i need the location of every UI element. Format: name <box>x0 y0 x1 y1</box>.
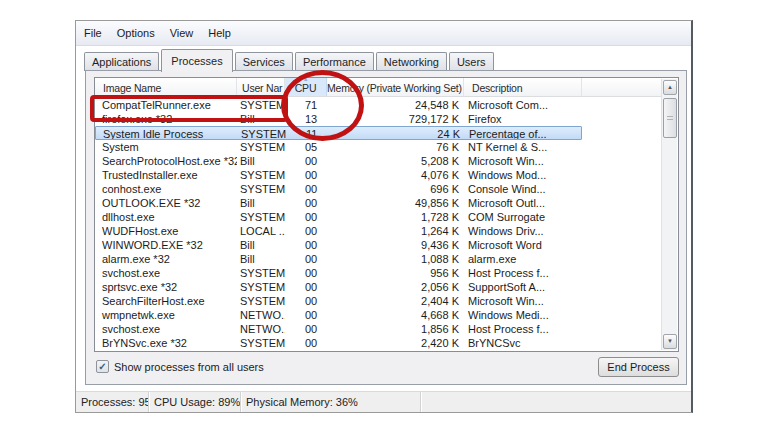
process-user-name: Bill <box>237 196 285 210</box>
table-row[interactable]: System Idle Process SYSTEM 11 24 K Perce… <box>95 126 582 140</box>
process-description: Microsoft Word <box>464 238 582 252</box>
process-user-name: SYSTEM <box>237 98 285 112</box>
process-cpu-value: 00 <box>285 280 327 294</box>
tab-users[interactable]: Users <box>449 52 494 71</box>
process-description: Host Process f... <box>464 266 582 280</box>
scroll-down-icon[interactable]: ▼ <box>663 334 677 349</box>
column-header-memory[interactable]: Memory (Private Working Set) <box>327 78 464 96</box>
menu-options[interactable]: Options <box>117 27 155 39</box>
table-row[interactable]: conhost.exe SYSTEM 00 696 K Console Wind… <box>95 182 582 196</box>
table-row[interactable]: SearchProtocolHost.exe *32 Bill 00 5,208… <box>95 154 582 168</box>
process-user-name: SYSTEM <box>237 140 285 154</box>
process-memory-value: 2,404 K <box>327 294 464 308</box>
show-all-users-checkbox[interactable]: ✓ <box>96 360 109 373</box>
process-cpu-value: 00 <box>285 168 327 182</box>
process-description: COM Surrogate <box>464 210 582 224</box>
menu-file[interactable]: File <box>84 27 102 39</box>
process-cpu-value: 11 <box>286 127 328 139</box>
vertical-scrollbar[interactable]: ▲ ▼ <box>661 79 677 350</box>
table-row[interactable]: WUDFHost.exe LOCAL ... 00 1,264 K Window… <box>95 224 582 238</box>
process-user-name: LOCAL ... <box>237 224 285 238</box>
process-cpu-value: 13 <box>285 112 327 126</box>
table-row[interactable]: wmpnetwk.exe NETWO... 00 4,668 K Windows… <box>95 308 582 322</box>
menu-help[interactable]: Help <box>208 27 231 39</box>
process-description: Microsoft Outl... <box>464 196 582 210</box>
tab-strip: Applications Processes Services Performa… <box>84 47 687 71</box>
scroll-up-icon[interactable]: ▲ <box>663 80 677 95</box>
status-cpu-usage: CPU Usage: 89% <box>149 392 241 412</box>
process-description: alarm.exe <box>464 252 582 266</box>
table-row[interactable]: firefox.exe *32 Bill 13 729,172 K Firefo… <box>95 112 582 126</box>
process-memory-value: 1,728 K <box>327 210 464 224</box>
process-image-name: CompatTelRunner.exe <box>95 98 237 112</box>
process-description: Microsoft Com... <box>464 98 582 112</box>
column-header-description[interactable]: Description <box>464 78 582 96</box>
process-description: SupportSoft A... <box>464 280 582 294</box>
column-header-filler <box>582 78 661 96</box>
table-row[interactable]: sprtsvc.exe *32 SYSTEM 00 2,056 K Suppor… <box>95 280 582 294</box>
process-image-name: svchost.exe <box>95 322 237 336</box>
column-header-image-name[interactable]: Image Name <box>95 78 237 96</box>
tab-networking[interactable]: Networking <box>376 52 447 71</box>
end-process-button[interactable]: End Process <box>598 357 679 377</box>
table-row[interactable]: dllhost.exe SYSTEM 00 1,728 K COM Surrog… <box>95 210 582 224</box>
menu-view[interactable]: View <box>170 27 194 39</box>
scrollbar-thumb[interactable] <box>663 98 677 138</box>
process-memory-value: 24,548 K <box>327 98 464 112</box>
table-row[interactable]: WINWORD.EXE *32 Bill 00 9,436 K Microsof… <box>95 238 582 252</box>
process-image-name: System Idle Process <box>96 127 238 139</box>
table-row[interactable]: OUTLOOK.EXE *32 Bill 00 49,856 K Microso… <box>95 196 582 210</box>
scrollbar-grip-icon <box>667 116 673 122</box>
process-cpu-value: 00 <box>285 294 327 308</box>
table-row[interactable]: svchost.exe SYSTEM 00 956 K Host Process… <box>95 266 582 280</box>
process-image-name: sprtsvc.exe *32 <box>95 280 237 294</box>
tab-services[interactable]: Services <box>235 52 293 71</box>
process-image-name: BrYNSvc.exe *32 <box>95 336 237 350</box>
table-row[interactable]: alarm.exe *32 Bill 00 1,088 K alarm.exe <box>95 252 582 266</box>
table-row[interactable]: CompatTelRunner.exe SYSTEM 71 24,548 K M… <box>95 98 582 112</box>
table-row[interactable]: System SYSTEM 05 76 K NT Kernel & S... <box>95 140 582 154</box>
table-row[interactable]: TrustedInstaller.exe SYSTEM 00 4,076 K W… <box>95 168 582 182</box>
column-header-row: Image Name User Nar ▲ CPU Memory (Privat… <box>95 78 661 97</box>
process-memory-value: 4,668 K <box>327 308 464 322</box>
process-user-name: SYSTEM <box>237 168 285 182</box>
tab-processes[interactable]: Processes <box>161 49 232 72</box>
process-cpu-value: 00 <box>285 266 327 280</box>
process-user-name: Bill <box>237 112 285 126</box>
process-user-name: SYSTEM <box>237 182 285 196</box>
process-description: Console Wind... <box>464 182 582 196</box>
process-image-name: conhost.exe <box>95 182 237 196</box>
column-header-cpu[interactable]: ▲ CPU <box>285 78 327 96</box>
process-memory-value: 1,856 K <box>327 322 464 336</box>
tab-performance[interactable]: Performance <box>295 52 374 71</box>
process-memory-value: 696 K <box>327 182 464 196</box>
process-description: Windows Medi... <box>464 308 582 322</box>
process-cpu-value: 71 <box>285 98 327 112</box>
table-row[interactable]: SearchFilterHost.exe SYSTEM 00 2,404 K M… <box>95 294 582 308</box>
menu-bar: File Options View Help <box>76 21 691 46</box>
process-memory-value: 9,436 K <box>327 238 464 252</box>
process-user-name: SYSTEM <box>237 294 285 308</box>
process-image-name: SearchProtocolHost.exe *32 <box>95 154 237 168</box>
table-row[interactable]: svchost.exe NETWO... 00 1,856 K Host Pro… <box>95 322 582 336</box>
process-memory-value: 1,088 K <box>327 252 464 266</box>
process-memory-value: 729,172 K <box>327 112 464 126</box>
process-cpu-value: 05 <box>285 140 327 154</box>
process-user-name: Bill <box>237 252 285 266</box>
status-filler <box>421 392 691 412</box>
process-user-name: Bill <box>237 154 285 168</box>
process-cpu-value: 00 <box>285 196 327 210</box>
process-cpu-value: 00 <box>285 182 327 196</box>
process-memory-value: 2,056 K <box>327 280 464 294</box>
tab-applications[interactable]: Applications <box>84 52 159 71</box>
status-physical-memory: Physical Memory: 36% <box>241 392 421 412</box>
process-memory-value: 76 K <box>327 140 464 154</box>
column-header-user-name[interactable]: User Nar <box>237 78 285 96</box>
process-rows: CompatTelRunner.exe SYSTEM 71 24,548 K M… <box>95 98 582 350</box>
table-row[interactable]: BrYNSvc.exe *32 SYSTEM 00 2,420 K BrYNCS… <box>95 336 582 350</box>
processes-tab-page: Image Name User Nar ▲ CPU Memory (Privat… <box>85 70 687 385</box>
process-image-name: wmpnetwk.exe <box>95 308 237 322</box>
process-cpu-value: 00 <box>285 238 327 252</box>
process-image-name: WUDFHost.exe <box>95 224 237 238</box>
screenshot-canvas: File Options View Help Applications Proc… <box>0 0 768 432</box>
